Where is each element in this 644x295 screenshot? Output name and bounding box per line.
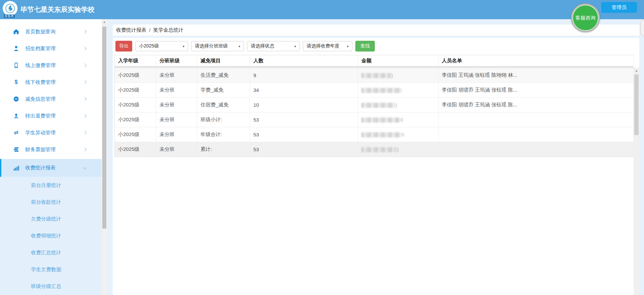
- table-row: 小2025级 未分班 累计: 53 ): [115, 142, 634, 157]
- sidebar-scrollbar[interactable]: ▲: [102, 19, 107, 295]
- redacted-amount: [361, 103, 395, 108]
- caret-down-icon: ▾: [183, 44, 184, 48]
- chevron-right-icon: [83, 148, 86, 151]
- minus-circle-icon: [13, 96, 20, 102]
- admin-button[interactable]: 管理员: [601, 2, 637, 13]
- app-window: 校盈易 毕节七星关东辰实验学校 管理员 客服咨询 首页数据查询 招生档案管理 线…: [0, 0, 644, 295]
- sidebar-item-finance-invoices[interactable]: 财务票据管理: [0, 141, 102, 158]
- chevron-right-icon: [83, 97, 86, 101]
- sidebar-subitem-fee-detail[interactable]: 收费明细统计: [0, 227, 102, 244]
- col-header-class: 分班班级: [156, 55, 197, 67]
- fee-year-select[interactable]: 请选择收费年度 ▾: [303, 41, 352, 51]
- breadcrumb-parent[interactable]: 收费统计报表: [116, 27, 146, 33]
- redacted-amount: [361, 88, 402, 93]
- logo-brand-text: 校盈易: [4, 14, 15, 18]
- sidebar-nav: 首页数据查询 招生档案管理 线上缴费管理 $ 线下收费管理 减免信息管理: [0, 19, 102, 295]
- table-scrollbar-thumb[interactable]: [634, 74, 639, 135]
- chevron-down-icon: [83, 165, 86, 169]
- upload-icon: [13, 112, 20, 119]
- redacted-amount: [361, 132, 401, 137]
- chevron-right-icon: [83, 30, 86, 33]
- table-scrollbar[interactable]: ▲: [634, 68, 639, 295]
- table-row: 小2025级 未分班 生活费_减免 9 ) 李佳阳 王筠涵 张钰瑶 陈翊翎 林.…: [115, 67, 634, 83]
- chevron-right-icon: [83, 46, 86, 50]
- breadcrumb-separator: /: [149, 27, 150, 33]
- table-row: 小2025级 未分班 年级合计: 53 0: [115, 127, 634, 142]
- sidebar-item-transfer-refund[interactable]: 转出退费管理: [0, 107, 102, 124]
- chevron-right-icon: [83, 131, 86, 134]
- clipped-side-widget[interactable]: [640, 20, 644, 36]
- support-button[interactable]: 客服咨询: [571, 3, 600, 32]
- sidebar-subitem-frontdesk-registration[interactable]: 前台注册统计: [0, 177, 102, 194]
- invoice-stack-icon: [13, 146, 20, 153]
- sidebar-item-offline-fees[interactable]: $ 线下收费管理: [0, 74, 102, 91]
- user-icon: [13, 45, 20, 52]
- breadcrumb: 收费统计报表 / 奖学金总统计: [113, 25, 639, 36]
- col-header-grade: 入学年级: [115, 55, 156, 67]
- top-bar: 校盈易 毕节七星关东辰实验学校 管理员: [0, 0, 644, 19]
- bird-logo-icon: [5, 3, 15, 13]
- school-logo: [3, 1, 17, 16]
- col-header-amount: 金额: [358, 55, 438, 67]
- col-header-count: 人数: [250, 55, 358, 67]
- caret-down-icon: ▾: [347, 44, 349, 48]
- table-header-row: 入学年级 分班班级 减免项目 人数 金额 人员名单: [115, 55, 634, 67]
- sidebar-subitem-arrears-grading[interactable]: 欠费分级统计: [0, 210, 102, 227]
- redacted-amount: [361, 147, 397, 152]
- table-row: 小2025级 未分班 班级小计: 53 0: [115, 112, 634, 127]
- breadcrumb-current: 奖学金总统计: [153, 27, 183, 33]
- filter-toolbar: 导出 小2025级 ▾ 请选择分班班级 ▾ 请选择状态 ▾ 请选择收费年度 ▾ …: [115, 41, 375, 52]
- sidebar-item-reduction-info[interactable]: 减免信息管理: [0, 91, 102, 107]
- table-row: 小2025级 未分班 学费_减免 34 李佳阳 胡珺乔 王筠涵 张钰瑶 陈...: [115, 83, 634, 98]
- export-button[interactable]: 导出: [115, 41, 132, 52]
- search-button[interactable]: 查找: [355, 41, 375, 52]
- chevron-right-icon: [83, 63, 86, 67]
- scroll-up-arrow-icon[interactable]: ▲: [634, 69, 639, 72]
- sidebar-item-fee-reports[interactable]: 收费统计报表: [0, 159, 103, 177]
- sidebar-item-admissions[interactable]: 招生档案管理: [0, 40, 102, 57]
- school-name: 毕节七星关东辰实验学校: [21, 0, 95, 19]
- col-header-item: 减免项目: [197, 55, 250, 67]
- transfer-icon: ⇄: [13, 129, 20, 136]
- sidebar-item-online-payment[interactable]: 线上缴费管理: [0, 57, 102, 74]
- status-select[interactable]: 请选择状态 ▾: [247, 41, 300, 51]
- content-panel: 导出 小2025级 ▾ 请选择分班班级 ▾ 请选择状态 ▾ 请选择收费年度 ▾ …: [113, 38, 639, 295]
- sidebar-item-home-data[interactable]: 首页数据查询: [0, 23, 102, 40]
- scroll-up-arrow-icon[interactable]: ▲: [102, 20, 107, 24]
- sidebar-subitem-fee-summary[interactable]: 收费汇总统计: [0, 244, 102, 261]
- caret-down-icon: ▾: [239, 44, 240, 48]
- chevron-right-icon: [83, 80, 86, 84]
- sidebar-scrollbar-thumb[interactable]: [102, 27, 106, 229]
- chevron-right-icon: [83, 114, 86, 118]
- col-header-names: 人员名单: [438, 55, 634, 67]
- table-row: 小2025级 未分班 住宿费_减免 10 ) 李佳阳 胡珺乔 王筠涵 张钰瑶 陈…: [115, 98, 634, 112]
- mobile-icon: [13, 62, 20, 69]
- caret-down-icon: ▾: [294, 44, 296, 48]
- sidebar-subitem-class-grading-summary[interactable]: 班级分级汇总: [0, 278, 102, 295]
- class-select[interactable]: 请选择分班班级 ▾: [191, 41, 244, 51]
- scholarship-summary-table: 入学年级 分班班级 减免项目 人数 金额 人员名单 小2025级 未分班 生活费…: [114, 55, 634, 157]
- bar-chart-icon: [13, 165, 20, 171]
- sidebar-item-student-movement[interactable]: ⇄ 学生异动管理: [0, 124, 102, 141]
- grade-select[interactable]: 小2025级 ▾: [135, 41, 188, 51]
- sidebar-subitem-frontdesk-collection[interactable]: 前台收款统计: [0, 194, 102, 210]
- home-icon: [13, 28, 20, 35]
- sidebar-subitem-student-arrears[interactable]: 学生欠费数据: [0, 261, 102, 278]
- redacted-amount: [361, 73, 391, 78]
- dollar-icon: $: [13, 79, 20, 86]
- redacted-amount: [361, 118, 400, 123]
